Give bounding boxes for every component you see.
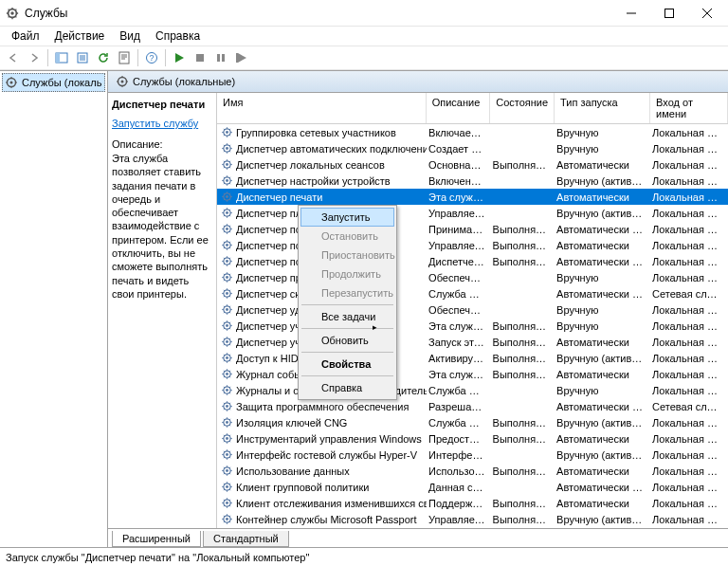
- window-title: Службы: [25, 7, 612, 20]
- tab-standard[interactable]: Стандартный: [203, 531, 289, 547]
- menu-action[interactable]: Действие: [47, 27, 113, 45]
- menu-view[interactable]: Вид: [112, 27, 148, 45]
- stop-service-button[interactable]: [191, 48, 209, 67]
- pause-service-button[interactable]: [211, 48, 230, 67]
- services-list[interactable]: Имя Описание Состояние Тип запуска Вход …: [217, 93, 728, 528]
- export-button[interactable]: [73, 48, 92, 67]
- cm-resume: Продолжить: [300, 265, 394, 283]
- svg-point-16: [121, 81, 124, 83]
- svg-point-48: [226, 373, 228, 375]
- cm-pause: Приостановить: [300, 246, 394, 265]
- table-row[interactable]: Диспетчер автоматических подключений уда…: [217, 140, 728, 156]
- main-panel: Службы (локальные) Диспетчер печати Запу…: [108, 71, 728, 547]
- tree-panel: Службы (локаль: [0, 71, 108, 547]
- svg-point-34: [226, 260, 228, 263]
- desc-text: Эта служба позволяет ставить задания печ…: [112, 152, 212, 301]
- table-row[interactable]: Диспетчер платежУправляет…Вручную (актив…: [217, 205, 728, 221]
- restart-service-button[interactable]: [232, 48, 251, 67]
- table-row[interactable]: Изоляция ключей CNGСлужба из…Выполняется…: [217, 414, 728, 430]
- svg-point-32: [226, 244, 228, 246]
- cm-start[interactable]: Запустить: [300, 208, 394, 227]
- table-row[interactable]: Диспетчер настройки устройствВключени…Вр…: [217, 173, 728, 189]
- properties-button[interactable]: [115, 48, 134, 67]
- svg-point-58: [226, 453, 228, 456]
- table-row[interactable]: Диспетчер локальных сеансовОсновная …Вып…: [217, 156, 728, 173]
- show-hide-button[interactable]: [52, 48, 71, 67]
- table-row[interactable]: Диспетчер пользоДиспетчер…ВыполняетсяАвт…: [217, 253, 728, 269]
- col-state[interactable]: Состояние: [490, 93, 555, 123]
- table-row[interactable]: Доступ к HID-устрАктивирует…ВыполняетсяВ…: [217, 350, 728, 366]
- tree-root-item[interactable]: Службы (локаль: [2, 73, 105, 92]
- svg-point-62: [226, 485, 228, 488]
- table-row[interactable]: Диспетчер печатиЭта служб…АвтоматическиЛ…: [217, 189, 728, 205]
- table-row[interactable]: Диспетчер подклюПринимае…ВыполняетсяАвто…: [217, 221, 728, 237]
- svg-point-52: [226, 405, 228, 408]
- svg-rect-11: [222, 54, 225, 62]
- services-icon: [116, 75, 129, 88]
- svg-point-26: [226, 195, 228, 198]
- table-row[interactable]: Клиент групповой политикиДанная сл…Автом…: [217, 479, 728, 495]
- cm-stop: Остановить: [300, 227, 394, 246]
- table-row[interactable]: Диспетчер учетны…Эта служб…ВыполняетсяВр…: [217, 318, 728, 334]
- side-title: Диспетчер печати: [112, 99, 212, 110]
- table-row[interactable]: Журналы и оповещения производительностиС…: [217, 382, 728, 398]
- maximize-button[interactable]: [650, 1, 688, 26]
- cm-properties[interactable]: Свойства: [300, 355, 394, 374]
- cm-alltasks[interactable]: Все задачи: [300, 307, 394, 326]
- table-row[interactable]: Диспетчер скачан…Служба W…Автоматически …: [217, 285, 728, 301]
- start-service-button[interactable]: [170, 48, 189, 67]
- svg-rect-4: [56, 53, 60, 63]
- svg-point-42: [226, 324, 228, 327]
- list-header: Имя Описание Состояние Тип запуска Вход …: [217, 93, 728, 124]
- svg-rect-6: [119, 52, 129, 64]
- panel-header: Службы (локальные): [108, 71, 728, 93]
- col-name[interactable]: Имя: [217, 93, 427, 123]
- svg-point-46: [226, 356, 228, 359]
- svg-point-22: [226, 163, 228, 166]
- services-icon: [5, 76, 18, 89]
- statusbar: Запуск службы "Диспетчер печати" на "Лок…: [0, 547, 728, 566]
- forward-button[interactable]: [25, 48, 44, 67]
- svg-point-44: [226, 340, 228, 343]
- table-row[interactable]: Инструментарий управления WindowsПредост…: [217, 430, 728, 447]
- list-area: Диспетчер печати Запустить службу Описан…: [108, 93, 728, 528]
- svg-point-50: [226, 389, 228, 392]
- panel-header-text: Службы (локальные): [133, 76, 235, 87]
- table-row[interactable]: Диспетчер подклюУправляет…ВыполняетсяАвт…: [217, 237, 728, 253]
- refresh-button[interactable]: [94, 48, 113, 67]
- table-row[interactable]: Контейнер службы Microsoft PassportУправ…: [217, 511, 728, 527]
- toolbar: ?: [0, 46, 728, 70]
- status-text: Запуск службы "Диспетчер печати" на "Лок…: [6, 552, 309, 563]
- cm-help[interactable]: Справка: [300, 378, 394, 397]
- table-row[interactable]: Группировка сетевых участниковВключает ……: [217, 124, 728, 140]
- table-row[interactable]: Диспетчер проверОбеспечи…ВручнуюЛокальна…: [217, 269, 728, 285]
- cm-refresh[interactable]: Обновить: [300, 331, 394, 350]
- svg-point-20: [226, 147, 228, 150]
- menu-file[interactable]: Файл: [4, 27, 47, 45]
- table-row[interactable]: Диспетчер учетны…Запуск это…ВыполняетсяА…: [217, 334, 728, 350]
- col-start[interactable]: Тип запуска: [555, 93, 650, 123]
- menu-help[interactable]: Справка: [148, 27, 208, 45]
- tab-extended[interactable]: Расширенный: [112, 531, 201, 547]
- table-row[interactable]: Использование данныхИспользо…Выполняется…: [217, 463, 728, 479]
- svg-point-56: [226, 437, 228, 440]
- svg-point-18: [226, 131, 228, 134]
- table-row[interactable]: Защита программного обеспеченияРазрешает…: [217, 398, 728, 414]
- svg-point-36: [226, 276, 228, 279]
- table-row[interactable]: Интерфейс гостевой службы Hyper-VИнтерфе…: [217, 447, 728, 463]
- svg-point-66: [226, 518, 228, 520]
- col-logon[interactable]: Вход от имени: [650, 93, 728, 123]
- col-desc[interactable]: Описание: [427, 93, 491, 123]
- svg-point-14: [10, 82, 13, 84]
- table-row[interactable]: Координатор распределенных транзакцийКоо…: [217, 527, 728, 528]
- close-button[interactable]: [688, 1, 726, 26]
- table-row[interactable]: Журнал событий WindowsЭта служб…Выполняе…: [217, 366, 728, 382]
- back-button[interactable]: [4, 48, 23, 67]
- menubar: Файл Действие Вид Справка: [0, 27, 728, 46]
- table-row[interactable]: Диспетчер удосто…Обеспечи…ВручнуюЛокальн…: [217, 301, 728, 318]
- start-service-link[interactable]: Запустить службу: [112, 118, 212, 129]
- minimize-button[interactable]: [612, 1, 650, 26]
- table-row[interactable]: Клиент отслеживания изменившихся связейП…: [217, 495, 728, 511]
- help-button[interactable]: ?: [142, 48, 161, 67]
- side-info-panel: Диспетчер печати Запустить службу Описан…: [108, 93, 217, 528]
